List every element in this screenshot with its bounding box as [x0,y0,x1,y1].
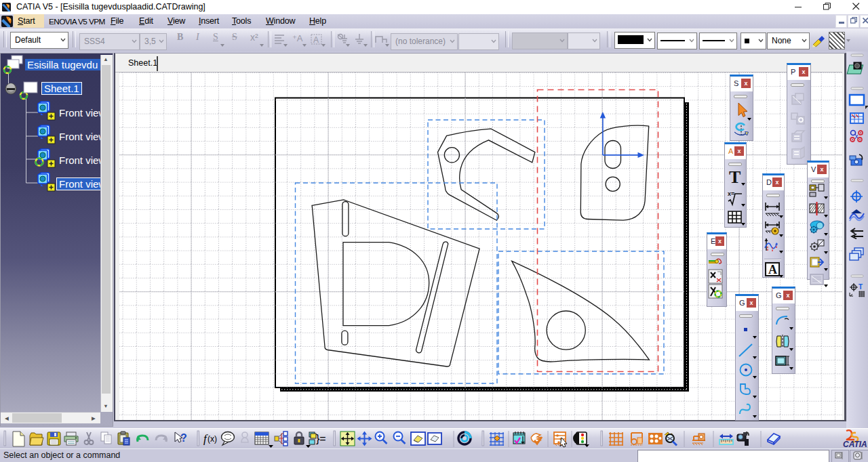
svg-text:}=: }= [316,433,326,444]
svg-text:T: T [859,283,863,291]
svg-text:x=: x= [728,190,734,197]
svg-text:A: A [768,263,777,276]
svg-text:?: ? [180,432,187,444]
svg-text:T: T [729,169,741,186]
svg-text:A: A [313,35,319,45]
svg-text:CATIA: CATIA [843,440,867,449]
svg-text:(x): (x) [208,434,217,444]
